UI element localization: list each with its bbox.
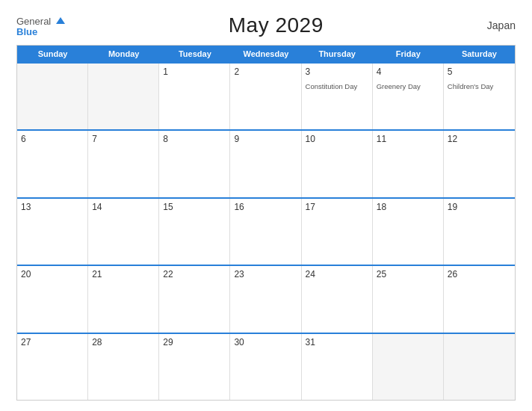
cal-cell: 16 — [230, 199, 301, 265]
day-of-week-sunday: Sunday — [17, 46, 88, 62]
cal-cell: 21 — [88, 266, 159, 332]
cal-cell: 20 — [17, 266, 88, 332]
cal-cell: 18 — [373, 199, 444, 265]
cal-cell: 9 — [230, 131, 301, 197]
header: General Blue May 2029 Japan — [16, 13, 516, 37]
day-number: 21 — [92, 269, 155, 279]
day-number: 8 — [163, 134, 226, 144]
cal-cell: 2 — [230, 64, 301, 129]
day-number: 11 — [377, 134, 439, 144]
cal-cell: 27 — [17, 334, 88, 400]
day-number: 15 — [163, 202, 226, 212]
cal-cell: 12 — [444, 131, 515, 197]
day-number: 23 — [234, 269, 297, 279]
cal-cell: 13 — [17, 199, 88, 265]
day-number: 13 — [21, 202, 84, 212]
cal-cell: 14 — [88, 199, 159, 265]
cal-cell — [88, 64, 159, 129]
cal-cell: 28 — [88, 334, 159, 400]
cal-cell: 7 — [88, 131, 159, 197]
week-row-2: 6789101112 — [17, 129, 515, 197]
week-row-4: 20212223242526 — [17, 265, 515, 332]
day-number: 30 — [234, 337, 297, 347]
logo-general: General — [16, 15, 65, 27]
cal-cell: 11 — [373, 131, 444, 197]
cal-cell: 24 — [302, 266, 373, 332]
cal-cell: 23 — [230, 266, 301, 332]
day-of-week-tuesday: Tuesday — [159, 46, 230, 62]
day-of-week-wednesday: Wednesday — [230, 46, 301, 62]
day-number: 24 — [306, 269, 368, 279]
logo-blue: Blue — [16, 27, 65, 37]
day-of-week-saturday: Saturday — [444, 46, 515, 62]
day-number: 1 — [163, 67, 226, 77]
week-row-3: 13141516171819 — [17, 197, 515, 265]
cal-cell: 15 — [159, 199, 230, 265]
day-of-week-monday: Monday — [88, 46, 159, 62]
day-number: 18 — [377, 202, 439, 212]
calendar-body: 123Constitution Day4Greenery Day5Childre… — [17, 62, 515, 400]
day-number: 5 — [448, 67, 511, 77]
week-row-5: 2728293031 — [17, 333, 515, 400]
page: General Blue May 2029 Japan SundayMonday… — [0, 0, 532, 411]
day-number: 17 — [306, 202, 368, 212]
day-number: 29 — [163, 337, 226, 347]
day-number: 22 — [163, 269, 226, 279]
cal-cell: 19 — [444, 199, 515, 265]
day-number: 26 — [448, 269, 511, 279]
cal-cell: 10 — [302, 131, 373, 197]
day-of-week-friday: Friday — [373, 46, 444, 62]
cal-cell: 5Children's Day — [444, 64, 515, 129]
day-number: 6 — [21, 134, 84, 144]
logo: General Blue — [16, 15, 65, 37]
calendar-header: SundayMondayTuesdayWednesdayThursdayFrid… — [17, 46, 515, 62]
cal-cell: 17 — [302, 199, 373, 265]
day-number: 25 — [377, 269, 439, 279]
cal-cell: 6 — [17, 131, 88, 197]
day-number: 4 — [377, 67, 439, 77]
calendar-title: May 2029 — [229, 13, 324, 37]
cal-cell — [17, 64, 88, 129]
day-number: 27 — [21, 337, 84, 347]
day-number: 12 — [448, 134, 511, 144]
holiday-label: Children's Day — [448, 82, 493, 90]
day-number: 7 — [92, 134, 155, 144]
cal-cell: 26 — [444, 266, 515, 332]
holiday-label: Greenery Day — [377, 82, 421, 90]
day-number: 19 — [448, 202, 511, 212]
day-number: 20 — [21, 269, 84, 279]
week-row-1: 123Constitution Day4Greenery Day5Childre… — [17, 62, 515, 129]
day-number: 2 — [234, 67, 297, 77]
day-number: 3 — [306, 67, 368, 77]
day-number: 16 — [234, 202, 297, 212]
calendar: SundayMondayTuesdayWednesdayThursdayFrid… — [16, 45, 516, 401]
country-label: Japan — [487, 19, 516, 31]
day-of-week-thursday: Thursday — [302, 46, 373, 62]
logo-triangle-icon — [56, 17, 65, 24]
cal-cell: 30 — [230, 334, 301, 400]
cal-cell — [444, 334, 515, 400]
cal-cell: 29 — [159, 334, 230, 400]
cal-cell: 31 — [302, 334, 373, 400]
cal-cell: 4Greenery Day — [373, 64, 444, 129]
day-number: 31 — [306, 337, 368, 347]
day-number: 28 — [92, 337, 155, 347]
cal-cell: 3Constitution Day — [302, 64, 373, 129]
holiday-label: Constitution Day — [306, 82, 358, 90]
day-number: 9 — [234, 134, 297, 144]
cal-cell: 25 — [373, 266, 444, 332]
day-number: 10 — [306, 134, 368, 144]
cal-cell: 1 — [159, 64, 230, 129]
cal-cell: 8 — [159, 131, 230, 197]
cal-cell — [373, 334, 444, 400]
day-number: 14 — [92, 202, 155, 212]
cal-cell: 22 — [159, 266, 230, 332]
